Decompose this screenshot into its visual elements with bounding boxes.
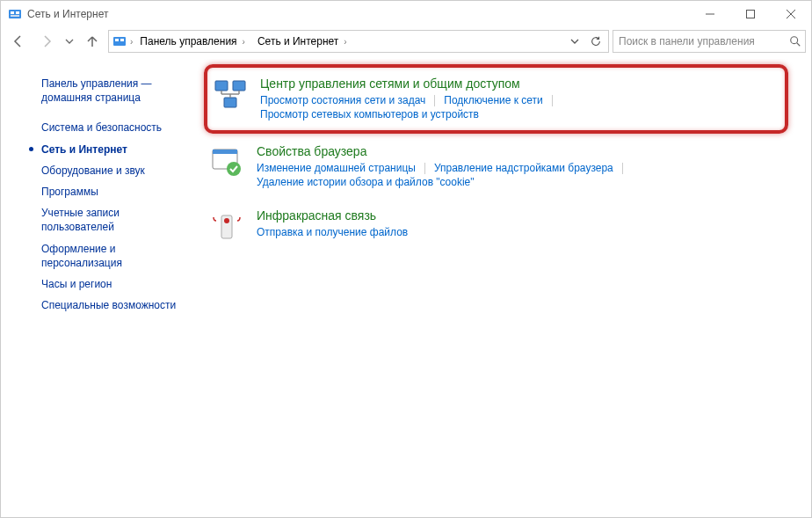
sidebar-item[interactable]: Учетные записи пользователей — [41, 202, 178, 237]
svg-rect-15 — [224, 98, 236, 107]
close-button[interactable] — [771, 1, 811, 27]
sidebar-item[interactable]: Программы — [41, 181, 178, 202]
svg-point-22 — [227, 162, 241, 176]
category-links: Изменение домашней страницыУправление на… — [257, 161, 783, 189]
infrared-icon[interactable] — [209, 208, 244, 244]
sidebar-item[interactable]: Оформление и персонализация — [41, 238, 178, 274]
category-link[interactable]: Просмотр сетевых компьютеров и устройств — [260, 107, 479, 121]
svg-rect-13 — [215, 81, 228, 91]
window-title: Сеть и Интернет — [27, 8, 108, 20]
svg-rect-21 — [213, 150, 237, 154]
address-dropdown-button[interactable] — [564, 31, 585, 52]
sidebar-item[interactable]: Оборудование и звук — [41, 160, 178, 181]
category-body: Инфракрасная связьОтправка и получение ф… — [257, 208, 783, 244]
network-icon[interactable] — [213, 77, 248, 112]
navigation-toolbar: › Панель управления › Сеть и Интернет › — [1, 27, 811, 59]
category-links: Просмотр состояния сети и задачПодключен… — [260, 93, 779, 121]
svg-rect-14 — [233, 81, 245, 91]
category-link[interactable]: Отправка и получение файлов — [257, 225, 408, 239]
control-panel-window: Сеть и Интернет › — [0, 0, 812, 518]
svg-rect-10 — [120, 39, 124, 41]
recent-locations-button[interactable] — [62, 29, 76, 54]
category-link[interactable]: Удаление истории обзора и файлов "cookie… — [257, 175, 475, 189]
svg-point-11 — [791, 37, 798, 44]
minimize-button[interactable] — [690, 1, 730, 27]
category-body: Центр управления сетями и общим доступом… — [260, 77, 779, 121]
svg-rect-5 — [747, 11, 755, 18]
sidebar-item[interactable]: Сеть и Интернет — [41, 139, 178, 160]
main-panel: Центр управления сетями и общим доступом… — [186, 64, 797, 507]
sidebar-item[interactable]: Часы и регион — [41, 274, 178, 295]
link-separator — [622, 163, 623, 174]
category-item: Инфракрасная связьОтправка и получение ф… — [204, 200, 788, 252]
control-panel-small-icon — [112, 34, 127, 48]
link-separator — [552, 95, 553, 106]
search-input[interactable] — [617, 34, 789, 48]
breadcrumb-current-label: Сеть и Интернет — [257, 35, 338, 47]
category-link[interactable]: Просмотр состояния сети и задач — [260, 93, 425, 107]
category-title[interactable]: Инфракрасная связь — [257, 208, 783, 223]
forward-button[interactable] — [34, 29, 59, 54]
category-item: Центр управления сетями и общим доступом… — [204, 64, 788, 134]
sidebar: Панель управления — домашняя страница Си… — [15, 64, 186, 507]
category-body: Свойства браузераИзменение домашней стра… — [257, 144, 783, 189]
svg-rect-9 — [115, 39, 119, 41]
link-separator — [424, 163, 425, 174]
chevron-right-icon: › — [243, 37, 245, 47]
sidebar-item[interactable]: Система и безопасность — [41, 117, 178, 138]
breadcrumb-root[interactable]: Панель управления › — [134, 32, 250, 51]
control-panel-icon — [8, 7, 22, 21]
address-bar[interactable]: › Панель управления › Сеть и Интернет › — [108, 30, 609, 53]
svg-rect-3 — [11, 15, 19, 17]
up-button[interactable] — [80, 29, 105, 54]
chevron-right-icon[interactable]: › — [130, 37, 133, 47]
category-title[interactable]: Свойства браузера — [257, 144, 783, 158]
breadcrumb-root-label: Панель управления — [140, 35, 236, 47]
sidebar-home-link[interactable]: Панель управления — домашняя страница — [41, 77, 178, 105]
search-box[interactable] — [613, 30, 806, 53]
titlebar: Сеть и Интернет — [1, 1, 811, 27]
refresh-button[interactable] — [585, 31, 606, 52]
category-link[interactable]: Управление надстройками браузера — [434, 161, 613, 175]
back-button[interactable] — [6, 29, 31, 54]
category-link[interactable]: Изменение домашней страницы — [257, 161, 416, 175]
category-link[interactable]: Подключение к сети — [444, 93, 542, 107]
content-area: Панель управления — домашняя страница Си… — [1, 59, 811, 517]
svg-line-12 — [797, 43, 801, 47]
search-icon[interactable] — [789, 35, 801, 47]
breadcrumb-current[interactable]: Сеть и Интернет › — [252, 32, 352, 51]
sidebar-item[interactable]: Специальные возможности — [41, 295, 178, 316]
category-links: Отправка и получение файлов — [257, 225, 783, 239]
svg-rect-1 — [11, 11, 14, 14]
category-item: Свойства браузераИзменение домашней стра… — [204, 135, 788, 198]
chevron-right-icon: › — [344, 37, 346, 47]
link-separator — [434, 95, 435, 106]
browser-icon[interactable] — [209, 144, 244, 179]
category-title[interactable]: Центр управления сетями и общим доступом — [260, 77, 779, 91]
maximize-button[interactable] — [730, 1, 771, 27]
svg-rect-2 — [16, 11, 19, 14]
svg-point-24 — [224, 218, 229, 223]
